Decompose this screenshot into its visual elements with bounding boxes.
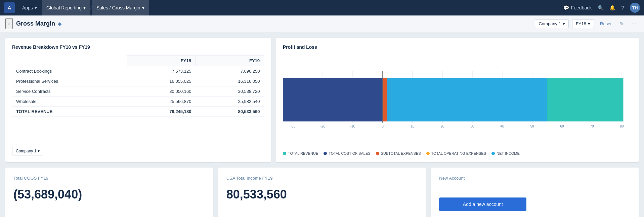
cost-of-sales-bar [283, 78, 383, 121]
apps-chevron-icon: ▾ [35, 5, 37, 10]
usa-income-title: USA Total Income FY19 [226, 176, 418, 181]
revenue-table: FY18 FY19 Contract Bookings 7,573,125 7,… [12, 55, 264, 117]
axis-label: -20 [320, 124, 326, 128]
legend-label-1: TOTAL COST OF SALES [329, 151, 370, 155]
revenue-company-selector[interactable]: Company 1 ▾ [12, 147, 43, 155]
axis-label: 50 [530, 124, 534, 128]
apps-menu[interactable]: Apps ▾ [17, 0, 42, 15]
add-account-label: Add a new account [463, 202, 503, 207]
more-options-button[interactable]: ⋯ [629, 19, 639, 28]
legend-label-0: TOTAL REVENUE [288, 151, 318, 155]
usa-income-value: 80,533,560 [226, 187, 418, 202]
axis-label: 0 [382, 124, 384, 128]
row-fy18-2: 30,050,160 [127, 86, 195, 97]
edit-button[interactable]: ✎ [617, 19, 626, 28]
revenue-company-label: Company 1 [16, 149, 36, 153]
row-fy19-2: 30,538,720 [195, 86, 264, 97]
reset-label: Reset [600, 21, 611, 26]
table-row: Wholesale 25,566,870 25,982,540 [12, 97, 264, 107]
legend-item-0: TOTAL REVENUE [283, 151, 318, 155]
table-row: Professional Services 16,055,025 16,316,… [12, 76, 264, 86]
legend-item-4: NET INCOME [491, 151, 520, 155]
sales-gross-margin-menu[interactable]: Sales / Gross Margin ▾ [92, 0, 149, 15]
legend-label-2: SUBTOTAL EXPENSES [381, 151, 421, 155]
net-income-bar [387, 78, 547, 121]
axis-label: -30 [291, 124, 296, 128]
add-account-button[interactable]: Add a new account [439, 197, 526, 211]
table-label-header [12, 56, 127, 66]
global-reporting-label: Global Reporting [46, 5, 82, 10]
axis-label: -10 [350, 124, 355, 128]
revenue-card-footer: Company 1 ▾ [12, 143, 264, 155]
profit-loss-card: Profit and Loss -30-20-10010203040506070… [276, 38, 639, 162]
legend-dot-2 [376, 152, 379, 155]
search-button[interactable]: 🔍 [598, 5, 603, 10]
legend-dot-0 [283, 152, 286, 155]
top-row: Revenue Breakdown FY18 vs FY19 FY18 FY19… [5, 38, 639, 162]
revenue-company-chevron-icon: ▾ [38, 149, 40, 153]
help-button[interactable]: ? [621, 5, 624, 10]
edit-icon: ✎ [619, 21, 624, 27]
axis-label: 10 [411, 124, 415, 128]
global-reporting-chevron-icon: ▾ [83, 5, 86, 10]
legend-item-1: TOTAL COST OF SALES [324, 151, 370, 155]
global-reporting-menu[interactable]: Global Reporting ▾ [42, 0, 90, 15]
axis-label: 80 [620, 124, 624, 128]
fy18-header: FY18 [127, 56, 195, 66]
row-fy19-4: 80,533,560 [195, 107, 264, 117]
company-selector[interactable]: Company 1 ▾ [535, 19, 568, 28]
company-selector-label: Company 1 [539, 21, 561, 26]
sales-gross-margin-label: Sales / Gross Margin [96, 5, 140, 10]
row-label-3: Wholesale [12, 97, 127, 107]
row-fy19-1: 16,316,050 [195, 76, 264, 86]
row-fy18-4: 79,245,180 [127, 107, 195, 117]
revenue-breakdown-card: Revenue Breakdown FY18 vs FY19 FY18 FY19… [5, 38, 271, 162]
new-account-card: New Account Add a new account [431, 168, 639, 217]
fy-selector-label: FY18 [576, 21, 586, 26]
page-title-text: Gross Margin [16, 20, 55, 27]
pin-icon[interactable]: ◈ [58, 21, 61, 27]
top-navigation: A Apps ▾ Global Reporting ▾ / Sales / Gr… [0, 0, 644, 15]
legend-dot-3 [426, 152, 430, 155]
row-fy19-3: 25,982,540 [195, 97, 264, 107]
row-label-1: Professional Services [12, 76, 127, 86]
row-fy18-3: 25,566,870 [127, 97, 195, 107]
total-revenue-bar [547, 78, 624, 121]
topnav-right-section: 💬 Feedback 🔍 🔔 ? TH [563, 3, 640, 13]
feedback-button[interactable]: 💬 Feedback [563, 5, 592, 10]
bottom-row: Total COGS FY19 (53,689,040) USA Total I… [5, 168, 639, 217]
legend-dot-4 [491, 152, 495, 155]
avatar-initials: TH [632, 5, 638, 10]
row-label-2: Service Contracts [12, 86, 127, 97]
search-icon: 🔍 [598, 5, 603, 10]
reset-button[interactable]: Reset [597, 20, 614, 28]
fy-chevron-icon: ▾ [588, 21, 590, 26]
total-cogs-card: Total COGS FY19 (53,689,040) [5, 168, 213, 217]
avatar[interactable]: TH [630, 3, 640, 13]
axis-label: 30 [470, 124, 474, 128]
table-row: TOTAL REVENUE 79,245,180 80,533,560 [12, 107, 264, 117]
row-label-0: Contract Bookings [12, 66, 127, 76]
feedback-chat-icon: 💬 [563, 5, 569, 10]
main-content: Revenue Breakdown FY18 vs FY19 FY18 FY19… [0, 32, 644, 217]
row-label-4: TOTAL REVENUE [12, 107, 127, 117]
bell-icon: 🔔 [609, 5, 615, 10]
back-button[interactable]: ‹ [5, 18, 13, 29]
total-cogs-title: Total COGS FY19 [13, 176, 205, 181]
notifications-button[interactable]: 🔔 [609, 5, 615, 10]
more-icon: ⋯ [631, 21, 637, 27]
legend-label-3: TOTAL OPERATING EXPENSES [431, 151, 486, 155]
table-row: Contract Bookings 7,573,125 7,696,250 [12, 66, 264, 76]
axis-label: 20 [440, 124, 444, 128]
table-row: Service Contracts 30,050,160 30,538,720 [12, 86, 264, 97]
row-fy18-1: 16,055,025 [127, 76, 195, 86]
subtotal-expenses-bar [383, 78, 387, 121]
legend-dot-1 [324, 152, 327, 155]
row-fy19-0: 7,696,250 [195, 66, 264, 76]
chart-area: -30-20-1001020304050607080 [283, 55, 632, 147]
fy-selector[interactable]: FY18 ▾ [572, 19, 594, 28]
subheader-controls: Company 1 ▾ FY18 ▾ Reset ✎ ⋯ [535, 19, 639, 28]
app-logo: A [4, 2, 15, 13]
total-cogs-value: (53,689,040) [13, 187, 205, 202]
row-fy18-0: 7,573,125 [127, 66, 195, 76]
